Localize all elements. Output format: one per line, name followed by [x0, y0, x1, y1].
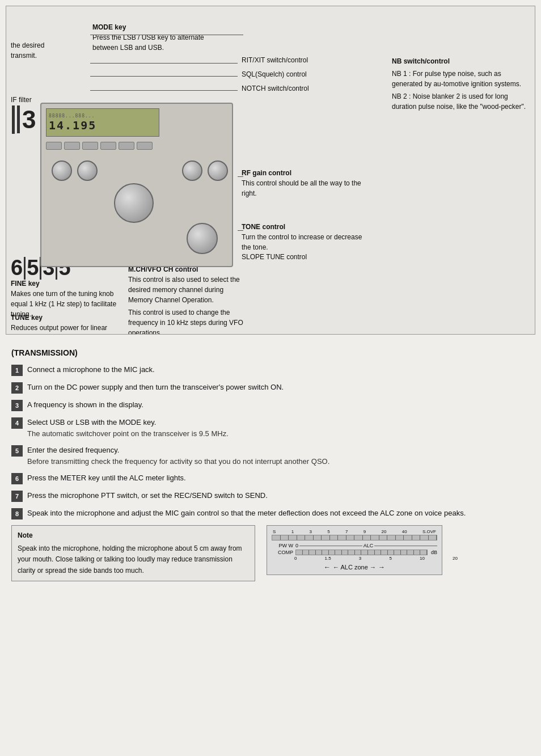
radio-controls-row — [46, 141, 227, 151]
alc-zone-label: ← ← ALC zone → → — [272, 563, 437, 571]
pw-line — [299, 546, 362, 546]
s-meter-bar — [272, 535, 437, 540]
mode-key-title: MODE key — [92, 22, 217, 32]
label-desired-transmit: the desired transmit. — [11, 40, 67, 61]
trans-content-5: Enter the desired frequency.Before trans… — [27, 445, 329, 467]
trans-line1-7: Press the microphone PTT switch, or set … — [27, 490, 268, 501]
note-text: Speak into the microphone, holding the m… — [18, 543, 249, 576]
desired-transmit-text: the desired transmit. — [11, 41, 44, 60]
trans-line1-2: Turn on the DC power supply and then tur… — [27, 382, 284, 393]
num-badge-2: 2 — [11, 382, 23, 394]
ctrl-btn-6 — [137, 142, 153, 150]
label-tune: TUNE key Reduces output power for linear… — [11, 312, 119, 335]
note-title: Note — [18, 530, 249, 541]
trans-line2-5: Before transmitting check the frequency … — [27, 456, 329, 467]
trans-content-1: Connect a microphone to the MIC jack. — [27, 364, 155, 375]
trans-item-1: 1Connect a microphone to the MIC jack. — [11, 364, 530, 376]
if-filter-text: IF filter — [11, 96, 32, 104]
trans-line1-5: Enter the desired frequency. — [27, 445, 329, 456]
sep1 — [24, 257, 26, 280]
connector-notch — [90, 90, 238, 91]
alc-line — [374, 546, 437, 546]
transmission-section: (TRANSMISSION) 1Connect a microphone to … — [6, 344, 535, 586]
nb-desc1: NB 1 : For pulse type noise, such as gen… — [392, 69, 528, 89]
num-badge-6: 6 — [11, 473, 23, 484]
tone-title: TONE control — [242, 222, 372, 232]
knob-small-4 — [208, 161, 228, 181]
comp-meter-row: COMP — [272, 550, 437, 555]
alc-arrow-right: → — [378, 563, 385, 571]
ctrl-btn-3 — [82, 142, 98, 150]
ctrl-btn-2 — [64, 142, 80, 150]
trans-items-container: 1Connect a microphone to the MIC jack.2T… — [11, 364, 530, 520]
radio-display: 88888...888... 14.195 — [46, 108, 159, 137]
trans-line1-6: Press the METER key until the ALC meter … — [27, 472, 186, 484]
pw-meter-row: PW W 0 ALC — [272, 543, 437, 548]
note-box: Note Speak into the microphone, holding … — [11, 525, 255, 581]
knob-small-3 — [182, 161, 202, 181]
big-num-5a: 5 — [27, 256, 39, 280]
num-badge-5: 5 — [11, 445, 23, 457]
label-rit: RIT/XIT switch/control — [242, 56, 308, 64]
radio-knob-area — [46, 155, 227, 263]
tune-desc: Reduces output power for linear amplifie… — [11, 323, 119, 335]
num-badge-1: 1 — [11, 365, 23, 376]
trans-item-8: 8Speak into the microphone and adjust th… — [11, 508, 530, 520]
knob-small-1 — [52, 161, 72, 181]
trans-content-6: Press the METER key until the ALC meter … — [27, 472, 186, 484]
comp-label: COMP — [272, 550, 293, 555]
nb-desc2: NB 2 : Noise blanker 2 is used for long … — [392, 91, 528, 112]
trans-content-3: A frequency is shown in the display. — [27, 399, 143, 411]
label-mch: M.CH/VFO CH control This control is also… — [128, 264, 247, 335]
slope-text: SLOPE TUNE control — [242, 253, 307, 261]
radio-freq: 14.195 — [49, 119, 96, 132]
knob-small-2 — [77, 161, 98, 181]
s-meter-ticks — [272, 535, 437, 540]
big-num-6: 6 — [11, 256, 23, 280]
connector-sql — [90, 76, 238, 77]
trans-item-2: 2Turn on the DC power supply and then tu… — [11, 382, 530, 394]
trans-content-8: Speak into the microphone and adjust the… — [27, 508, 466, 519]
connector-tone — [238, 230, 243, 231]
num-badge-3: 3 — [11, 400, 23, 411]
trans-line1-3: A frequency is shown in the display. — [27, 399, 143, 411]
rit-text: RIT/XIT switch/control — [242, 56, 308, 64]
trans-line1-8: Speak into the microphone and adjust the… — [27, 508, 466, 519]
tone-desc: Turn the control to increase or decrease… — [242, 232, 372, 252]
page: MODE key Press the LSB / USB key to alte… — [0, 0, 541, 756]
trans-item-5: 5Enter the desired frequency.Before tran… — [11, 445, 530, 467]
mch-desc1: This control is also used to select the … — [128, 274, 247, 305]
bottom-scale: 0 1.5 3 5 10 20 — [293, 556, 459, 561]
rf-gain-title: RF gain control — [242, 168, 372, 178]
radio-image: 88888...888... 14.195 — [40, 103, 233, 267]
label-rf-gain: RF gain control This control should be a… — [242, 168, 372, 198]
knob-tune — [187, 223, 218, 254]
label-sql: SQL(Squelch) control — [242, 70, 307, 78]
mch-desc2: This control is used to change the frequ… — [128, 307, 247, 335]
num-badge-7: 7 — [11, 491, 23, 502]
label-notch: NOTCH switch/control — [242, 85, 309, 92]
trans-item-3: 3A frequency is shown in the display. — [11, 399, 530, 411]
meter-diagram: S 1 3 5 7 9 20 40 S.OVF — [267, 525, 442, 575]
trans-content-4: Select USB or LSB with the MODE key.The … — [27, 417, 229, 439]
label-if-filter: IF filter — [11, 96, 32, 104]
sql-text: SQL(Squelch) control — [242, 70, 307, 78]
alc-arrow-left: ← — [324, 563, 331, 571]
comp-bar — [295, 550, 428, 555]
knob-main — [114, 183, 154, 223]
trans-line1-1: Connect a microphone to the MIC jack. — [27, 364, 155, 375]
trans-content-7: Press the microphone PTT switch, or set … — [27, 490, 268, 501]
nb-title: NB switch/control — [392, 56, 528, 66]
rf-gain-desc: This control should be all the way to th… — [242, 178, 372, 198]
notch-text: NOTCH switch/control — [242, 85, 309, 92]
radio-dots: 88888...888... — [49, 113, 96, 119]
scale-numbers-top: S 1 3 5 7 9 20 40 S.OVF — [272, 529, 437, 534]
tune-title: TUNE key — [11, 312, 119, 323]
connector-rit — [90, 63, 238, 64]
trans-item-4: 4Select USB or LSB with the MODE key.The… — [11, 417, 530, 439]
alc-zone-text: ← ALC zone → — [333, 564, 376, 571]
label-nb: NB switch/control NB 1 : For pulse type … — [392, 56, 528, 112]
mode-key-desc: Press the LSB / USB key to alternate bet… — [92, 32, 217, 53]
connector-mode — [90, 35, 243, 35]
connector-rf — [238, 176, 243, 177]
